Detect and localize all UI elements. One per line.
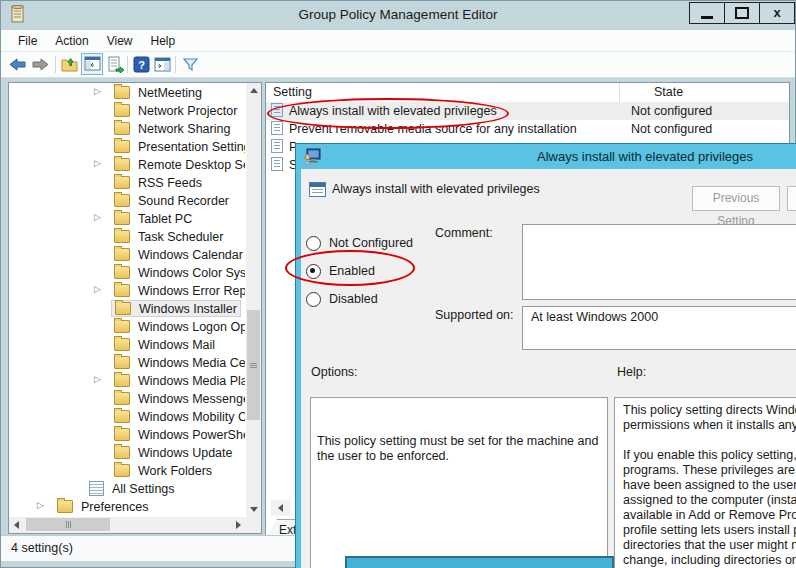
window-title: Group Policy Management Editor: [0, 0, 796, 30]
previous-setting-button[interactable]: Previous Setting: [692, 186, 780, 211]
annotation-ellipse-enabled: [285, 250, 415, 286]
setting-state: Not configured: [631, 122, 712, 136]
help-line: have been assigned to the user (o: [623, 478, 796, 493]
list-scroll-left-button[interactable]: [271, 500, 290, 516]
expand-arrow-icon[interactable]: ▷: [94, 374, 101, 384]
menu-item-help[interactable]: Help: [142, 30, 185, 52]
help-line: change, including directories on h: [623, 553, 796, 568]
expand-arrow-icon[interactable]: ▷: [94, 284, 101, 294]
tree-item[interactable]: Windows Update: [10, 444, 245, 462]
toolbar-separator: [127, 56, 128, 73]
radio-label: Disabled: [329, 292, 378, 306]
minimize-button[interactable]: [689, 2, 725, 24]
tree-item-label: Windows Error Reporting: [138, 284, 245, 298]
tree-item-label: Windows Logon Options: [138, 320, 245, 334]
radio-circle[interactable]: [306, 292, 321, 307]
folder-icon: [114, 410, 130, 423]
expand-arrow-icon[interactable]: ▷: [94, 212, 101, 222]
tree-item[interactable]: ▷Windows Media Player: [10, 372, 245, 390]
tree-item[interactable]: Sound Recorder: [10, 192, 245, 210]
tree-item[interactable]: ▷Tablet PC: [10, 210, 245, 228]
radio-disabled[interactable]: Disabled: [306, 285, 413, 313]
column-state[interactable]: State: [654, 85, 683, 99]
tree-item[interactable]: All Settings: [10, 480, 245, 498]
tree-item-label: All Settings: [112, 482, 175, 496]
show-action-pane-icon[interactable]: [154, 56, 171, 73]
expand-arrow-icon[interactable]: ▷: [94, 158, 101, 168]
menu-item-view[interactable]: View: [98, 30, 142, 52]
forward-icon[interactable]: [32, 56, 49, 73]
scroll-right-button[interactable]: [231, 517, 246, 532]
folder-icon: [114, 86, 130, 99]
supported-on-label: Supported on:: [435, 308, 514, 322]
folder-icon: [114, 158, 130, 171]
column-divider[interactable]: [619, 83, 620, 102]
next-setting-button[interactable]: [787, 186, 796, 211]
menu-item-file[interactable]: File: [9, 30, 46, 52]
help-line: [623, 433, 796, 448]
tree-item[interactable]: Windows Mail: [10, 336, 245, 354]
tree-item-label: Network Sharing: [138, 122, 230, 136]
up-one-level-icon[interactable]: [61, 56, 78, 73]
horizontal-scroll-thumb[interactable]: [26, 518, 110, 531]
tree-item[interactable]: RSS Feeds: [10, 174, 245, 192]
dialog-setting-name: Always install with elevated privileges: [332, 182, 540, 196]
close-button[interactable]: x: [759, 2, 795, 24]
export-list-icon[interactable]: [107, 56, 124, 73]
tree-item[interactable]: Windows Calendar: [10, 246, 245, 264]
tree-vertical-scrollbar[interactable]: [246, 83, 261, 517]
tree-item[interactable]: Windows Installer: [10, 300, 245, 318]
tree-item[interactable]: Network Sharing: [10, 120, 245, 138]
folder-icon: [114, 338, 130, 351]
column-setting[interactable]: Setting: [273, 85, 312, 99]
radio-circle[interactable]: [306, 236, 321, 251]
tree-item[interactable]: Work Folders: [10, 462, 245, 480]
svg-text:?: ?: [138, 59, 145, 71]
console-tree-panel: ▷NetMeetingNetwork ProjectorNetwork Shar…: [8, 82, 262, 534]
menu-item-action[interactable]: Action: [46, 30, 97, 52]
tree-item[interactable]: Network Projector: [10, 102, 245, 120]
tree-item-label: Windows Installer: [139, 302, 237, 316]
folder-icon: [114, 392, 130, 405]
folder-icon: [114, 446, 130, 459]
tree-item[interactable]: Windows Media Center: [10, 354, 245, 372]
tree-item-label: Windows Messenger: [138, 392, 245, 406]
vertical-scroll-thumb[interactable]: [247, 310, 260, 420]
tree-item[interactable]: ▷Remote Desktop Services: [10, 156, 245, 174]
folder-icon: [57, 500, 73, 513]
tree-item[interactable]: ▷Windows Error Reporting: [10, 282, 245, 300]
tree-item[interactable]: ▷Preferences: [10, 498, 245, 516]
help-icon[interactable]: ?: [133, 56, 150, 73]
tree-item[interactable]: Windows Color System: [10, 264, 245, 282]
tree-item[interactable]: Task Scheduler: [10, 228, 245, 246]
folder-icon: [114, 104, 130, 117]
toolbar-separator: [55, 56, 56, 73]
comment-textarea[interactable]: [522, 224, 796, 300]
tree-item[interactable]: Windows Logon Options: [10, 318, 245, 336]
tree-item-label: Network Projector: [138, 104, 237, 118]
tree-item[interactable]: Presentation Settings: [10, 138, 245, 156]
folder-icon: [114, 230, 130, 243]
filter-icon[interactable]: [182, 56, 199, 73]
tree-item[interactable]: Windows Mobility Center: [10, 408, 245, 426]
back-icon[interactable]: [9, 56, 26, 73]
maximize-button[interactable]: [724, 2, 760, 24]
scroll-up-button[interactable]: [246, 83, 261, 98]
expand-arrow-icon[interactable]: ▷: [94, 86, 101, 96]
tree-item-label: Windows Media Player: [138, 374, 245, 388]
expand-arrow-icon[interactable]: ▷: [37, 500, 44, 510]
tree-horizontal-scrollbar[interactable]: [9, 517, 246, 533]
scroll-left-button[interactable]: [9, 517, 24, 532]
show-console-tree-icon: [84, 55, 101, 72]
show-console-tree-button[interactable]: [81, 53, 103, 75]
scroll-down-button[interactable]: [246, 502, 261, 517]
tree-item[interactable]: ▷NetMeeting: [10, 84, 245, 102]
help-label: Help:: [617, 365, 646, 379]
policy-setting-icon: [271, 157, 283, 171]
folder-icon: [114, 140, 130, 153]
tree-item[interactable]: Windows Messenger: [10, 390, 245, 408]
tree-item-label: Windows Calendar: [138, 248, 243, 262]
tree-item[interactable]: Windows PowerShell: [10, 426, 245, 444]
folder-icon: [114, 212, 130, 225]
folder-icon: [114, 284, 130, 297]
